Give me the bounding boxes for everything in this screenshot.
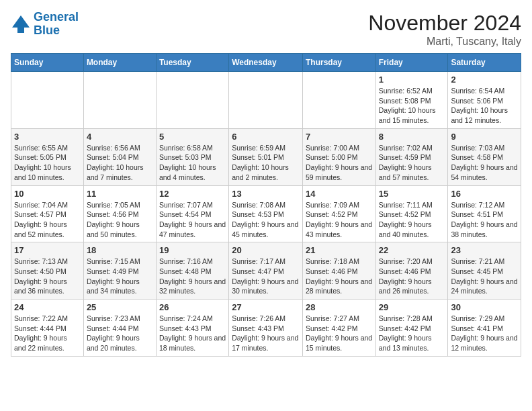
day-info: Sunrise: 7:18 AM Sunset: 4:46 PM Dayligh…	[306, 257, 373, 296]
day-number: 27	[232, 302, 300, 312]
calendar-cell: 9Sunrise: 7:03 AM Sunset: 4:58 PM Daylig…	[448, 128, 521, 185]
week-row: 10Sunrise: 7:04 AM Sunset: 4:57 PM Dayli…	[11, 185, 521, 242]
calendar-cell	[156, 72, 228, 129]
day-info: Sunrise: 6:59 AM Sunset: 5:01 PM Dayligh…	[232, 143, 300, 183]
week-row: 17Sunrise: 7:13 AM Sunset: 4:50 PM Dayli…	[11, 242, 521, 300]
calendar-cell: 16Sunrise: 7:12 AM Sunset: 4:51 PM Dayli…	[448, 185, 521, 242]
day-info: Sunrise: 7:28 AM Sunset: 4:42 PM Dayligh…	[379, 314, 445, 353]
day-info: Sunrise: 7:23 AM Sunset: 4:44 PM Dayligh…	[87, 314, 153, 353]
day-info: Sunrise: 7:07 AM Sunset: 4:54 PM Dayligh…	[159, 200, 226, 240]
page-header: General Blue November 2024 Marti, Tuscan…	[11, 11, 521, 48]
day-number: 5	[159, 132, 226, 142]
weekday-header: Monday	[83, 54, 156, 72]
calendar-cell: 30Sunrise: 7:29 AM Sunset: 4:41 PM Dayli…	[448, 300, 521, 357]
day-info: Sunrise: 7:09 AM Sunset: 4:52 PM Dayligh…	[306, 200, 373, 240]
calendar-cell: 22Sunrise: 7:20 AM Sunset: 4:46 PM Dayli…	[375, 242, 448, 300]
day-number: 11	[87, 189, 153, 199]
calendar-cell	[83, 72, 156, 129]
day-info: Sunrise: 7:02 AM Sunset: 4:59 PM Dayligh…	[379, 143, 445, 183]
day-number: 9	[451, 132, 518, 142]
day-info: Sunrise: 7:03 AM Sunset: 4:58 PM Dayligh…	[451, 143, 518, 183]
calendar-cell: 11Sunrise: 7:05 AM Sunset: 4:56 PM Dayli…	[83, 185, 156, 242]
day-info: Sunrise: 7:04 AM Sunset: 4:57 PM Dayligh…	[14, 200, 81, 240]
day-number: 15	[379, 189, 445, 199]
weekday-header: Thursday	[302, 54, 375, 72]
day-info: Sunrise: 6:56 AM Sunset: 5:04 PM Dayligh…	[87, 143, 153, 183]
day-number: 18	[87, 245, 153, 255]
day-info: Sunrise: 7:22 AM Sunset: 4:44 PM Dayligh…	[14, 314, 81, 353]
svg-marker-0	[12, 15, 30, 28]
day-number: 20	[232, 245, 300, 255]
calendar-cell: 3Sunrise: 6:55 AM Sunset: 5:05 PM Daylig…	[11, 128, 84, 185]
calendar-cell: 14Sunrise: 7:09 AM Sunset: 4:52 PM Dayli…	[302, 185, 375, 242]
calendar-cell: 25Sunrise: 7:23 AM Sunset: 4:44 PM Dayli…	[83, 300, 156, 357]
week-row: 24Sunrise: 7:22 AM Sunset: 4:44 PM Dayli…	[11, 300, 521, 357]
day-info: Sunrise: 7:26 AM Sunset: 4:43 PM Dayligh…	[232, 314, 300, 353]
day-info: Sunrise: 6:55 AM Sunset: 5:05 PM Dayligh…	[14, 143, 81, 183]
calendar-cell: 5Sunrise: 6:58 AM Sunset: 5:03 PM Daylig…	[156, 128, 228, 185]
day-number: 13	[232, 189, 300, 199]
day-number: 4	[87, 132, 153, 142]
day-info: Sunrise: 7:16 AM Sunset: 4:48 PM Dayligh…	[159, 257, 226, 296]
day-number: 22	[379, 245, 445, 255]
calendar-cell: 28Sunrise: 7:27 AM Sunset: 4:42 PM Dayli…	[302, 300, 375, 357]
day-number: 24	[14, 302, 81, 312]
calendar-cell: 21Sunrise: 7:18 AM Sunset: 4:46 PM Dayli…	[302, 242, 375, 300]
day-number: 25	[87, 302, 153, 312]
title-block: November 2024 Marti, Tuscany, Italy	[368, 11, 521, 48]
day-info: Sunrise: 7:11 AM Sunset: 4:52 PM Dayligh…	[379, 200, 445, 240]
day-number: 3	[14, 132, 81, 142]
day-info: Sunrise: 7:12 AM Sunset: 4:51 PM Dayligh…	[451, 200, 518, 240]
day-number: 2	[451, 75, 518, 85]
calendar-cell: 8Sunrise: 7:02 AM Sunset: 4:59 PM Daylig…	[375, 128, 448, 185]
header-row: SundayMondayTuesdayWednesdayThursdayFrid…	[11, 54, 521, 72]
calendar-cell: 1Sunrise: 6:52 AM Sunset: 5:08 PM Daylig…	[375, 72, 448, 129]
calendar-cell: 23Sunrise: 7:21 AM Sunset: 4:45 PM Dayli…	[448, 242, 521, 300]
day-info: Sunrise: 7:17 AM Sunset: 4:47 PM Dayligh…	[232, 257, 300, 296]
logo-line2: Blue	[34, 24, 60, 37]
calendar-cell: 20Sunrise: 7:17 AM Sunset: 4:47 PM Dayli…	[229, 242, 303, 300]
calendar-table: SundayMondayTuesdayWednesdayThursdayFrid…	[11, 53, 521, 357]
calendar-cell: 12Sunrise: 7:07 AM Sunset: 4:54 PM Dayli…	[156, 185, 228, 242]
calendar-cell: 10Sunrise: 7:04 AM Sunset: 4:57 PM Dayli…	[11, 185, 84, 242]
day-number: 8	[379, 132, 445, 142]
day-number: 29	[379, 302, 445, 312]
day-info: Sunrise: 7:15 AM Sunset: 4:49 PM Dayligh…	[87, 257, 153, 296]
svg-rect-1	[17, 28, 24, 33]
day-info: Sunrise: 7:27 AM Sunset: 4:42 PM Dayligh…	[306, 314, 373, 353]
calendar-cell: 24Sunrise: 7:22 AM Sunset: 4:44 PM Dayli…	[11, 300, 84, 357]
day-number: 14	[306, 189, 373, 199]
day-info: Sunrise: 7:24 AM Sunset: 4:43 PM Dayligh…	[159, 314, 226, 353]
day-info: Sunrise: 7:13 AM Sunset: 4:50 PM Dayligh…	[14, 257, 81, 296]
day-info: Sunrise: 7:29 AM Sunset: 4:41 PM Dayligh…	[451, 314, 518, 353]
month-title: November 2024	[368, 11, 521, 36]
day-info: Sunrise: 6:52 AM Sunset: 5:08 PM Dayligh…	[379, 86, 445, 126]
weekday-header: Friday	[375, 54, 448, 72]
week-row: 3Sunrise: 6:55 AM Sunset: 5:05 PM Daylig…	[11, 128, 521, 185]
calendar-cell: 27Sunrise: 7:26 AM Sunset: 4:43 PM Dayli…	[229, 300, 303, 357]
day-number: 12	[159, 189, 226, 199]
location: Marti, Tuscany, Italy	[368, 36, 521, 48]
calendar-cell: 15Sunrise: 7:11 AM Sunset: 4:52 PM Dayli…	[375, 185, 448, 242]
logo-icon	[11, 14, 31, 34]
calendar-cell	[229, 72, 303, 129]
weekday-header: Saturday	[448, 54, 521, 72]
day-info: Sunrise: 7:05 AM Sunset: 4:56 PM Dayligh…	[87, 200, 153, 240]
calendar-cell: 26Sunrise: 7:24 AM Sunset: 4:43 PM Dayli…	[156, 300, 228, 357]
weekday-header: Wednesday	[229, 54, 303, 72]
logo: General Blue	[11, 11, 79, 38]
logo-text: General Blue	[34, 11, 79, 38]
day-number: 28	[306, 302, 373, 312]
day-number: 6	[232, 132, 300, 142]
day-info: Sunrise: 7:20 AM Sunset: 4:46 PM Dayligh…	[379, 257, 445, 296]
calendar-cell: 2Sunrise: 6:54 AM Sunset: 5:06 PM Daylig…	[448, 72, 521, 129]
calendar-cell: 13Sunrise: 7:08 AM Sunset: 4:53 PM Dayli…	[229, 185, 303, 242]
calendar-cell: 7Sunrise: 7:00 AM Sunset: 5:00 PM Daylig…	[302, 128, 375, 185]
calendar-body: 1Sunrise: 6:52 AM Sunset: 5:08 PM Daylig…	[11, 72, 521, 357]
day-info: Sunrise: 6:54 AM Sunset: 5:06 PM Dayligh…	[451, 86, 518, 126]
weekday-header: Sunday	[11, 54, 84, 72]
day-number: 21	[306, 245, 373, 255]
day-number: 7	[306, 132, 373, 142]
calendar-cell: 17Sunrise: 7:13 AM Sunset: 4:50 PM Dayli…	[11, 242, 84, 300]
day-info: Sunrise: 7:00 AM Sunset: 5:00 PM Dayligh…	[306, 143, 373, 183]
